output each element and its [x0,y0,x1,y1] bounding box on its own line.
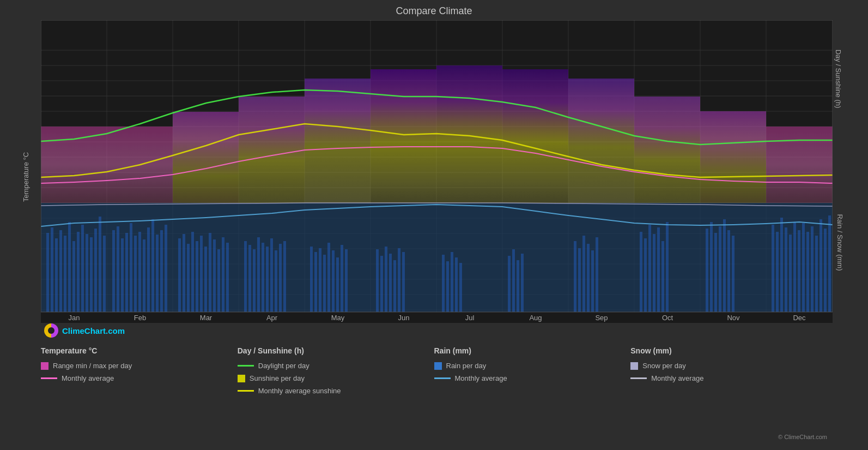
legend-area: Temperature °C Range min / max per day M… [0,339,868,395]
svg-rect-70 [117,226,119,312]
svg-rect-139 [657,227,660,312]
svg-rect-107 [323,255,326,312]
svg-rect-82 [178,238,181,312]
svg-rect-145 [719,226,721,312]
svg-rect-85 [191,232,194,312]
svg-rect-172 [634,97,700,203]
svg-rect-129 [574,241,576,312]
svg-rect-109 [332,250,335,312]
svg-rect-106 [319,248,321,312]
svg-rect-123 [455,257,458,312]
svg-rect-89 [209,233,211,312]
svg-rect-131 [582,236,585,312]
svg-rect-103 [283,241,286,312]
svg-rect-151 [780,218,783,312]
svg-rect-120 [442,255,445,312]
svg-rect-73 [130,223,132,312]
svg-rect-173 [700,111,766,203]
svg-rect-55 [46,233,49,312]
svg-rect-69 [112,230,115,312]
legend-item-temp-range: Range min / max per day [41,362,238,370]
svg-rect-116 [389,254,392,312]
svg-rect-96 [253,249,256,312]
svg-rect-141 [666,222,669,312]
legend-line-daylight [238,365,254,367]
legend-item-temp-avg: Monthly average [41,374,238,382]
legend-label-snow-avg: Monthly average [651,374,703,382]
svg-text:Jun: Jun [398,314,410,322]
svg-rect-71 [121,238,124,312]
svg-text:Jan: Jan [69,314,80,322]
chart-title: Compare Climate [0,5,868,17]
svg-rect-67 [99,217,101,312]
svg-rect-104 [310,247,313,312]
svg-rect-121 [446,261,449,312]
legend-col-sunshine: Day / Sunshine (h) Daylight per day Suns… [238,346,434,395]
legend-label-temp-avg: Monthly average [62,374,114,382]
svg-rect-155 [798,230,800,312]
svg-rect-140 [661,241,664,312]
svg-rect-111 [341,245,343,312]
svg-rect-144 [714,233,717,312]
svg-rect-99 [266,247,269,312]
svg-rect-146 [723,219,726,312]
svg-rect-137 [648,225,651,312]
svg-text:Feb: Feb [134,314,146,322]
legend-item-sunshine-bar: Sunshine per day [238,374,434,382]
legend-label-daylight: Daylight per day [258,362,309,370]
svg-rect-150 [776,232,779,312]
svg-rect-161 [824,229,827,312]
svg-rect-142 [706,229,708,312]
svg-rect-149 [772,225,774,312]
svg-rect-90 [213,239,216,312]
svg-text:Jul: Jul [465,314,475,322]
svg-rect-91 [217,249,220,312]
legend-col-rain: Rain (mm) Rain per day Monthly average [434,346,631,395]
svg-rect-112 [345,249,348,312]
svg-rect-171 [568,79,634,203]
svg-rect-127 [517,260,519,312]
svg-rect-74 [134,236,137,312]
svg-rect-54 [41,203,833,312]
svg-rect-166 [239,97,305,203]
svg-rect-59 [64,236,66,312]
svg-rect-68 [103,236,106,312]
svg-rect-156 [802,223,805,312]
svg-rect-87 [200,236,203,312]
svg-text:Nov: Nov [727,314,740,322]
legend-line-rain-avg [434,377,451,379]
legend-bar-sunshine [238,375,245,382]
svg-rect-143 [710,222,713,312]
svg-rect-76 [143,239,145,312]
svg-rect-174 [766,127,833,203]
svg-rect-158 [811,226,814,312]
legend-line-sunshine-avg [238,390,254,392]
svg-rect-117 [393,260,396,312]
svg-rect-159 [815,236,818,312]
svg-rect-105 [314,252,317,312]
svg-rect-95 [248,245,251,312]
svg-rect-63 [81,225,84,312]
legend-label-rain-avg: Monthly average [455,374,507,382]
svg-rect-167 [305,79,371,203]
svg-rect-108 [327,243,330,312]
svg-rect-157 [806,232,809,312]
svg-text:May: May [331,314,345,322]
svg-rect-72 [125,233,128,312]
svg-text:Apr: Apr [266,314,278,322]
svg-rect-136 [644,238,647,312]
legend-label-sunshine-avg: Monthly average sunshine [258,387,341,395]
copyright: © ClimeChart.com [778,434,827,440]
svg-text:Aug: Aug [529,314,542,322]
svg-rect-65 [90,237,93,312]
svg-rect-126 [512,249,515,312]
svg-rect-134 [596,237,598,312]
legend-label-sunshine: Sunshine per day [250,374,305,382]
svg-rect-77 [147,227,150,312]
svg-rect-101 [275,250,277,312]
legend-title-snow: Snow (mm) [630,346,827,355]
svg-rect-165 [173,112,239,203]
svg-rect-160 [820,219,822,312]
svg-rect-75 [138,232,141,312]
svg-rect-79 [156,235,159,312]
